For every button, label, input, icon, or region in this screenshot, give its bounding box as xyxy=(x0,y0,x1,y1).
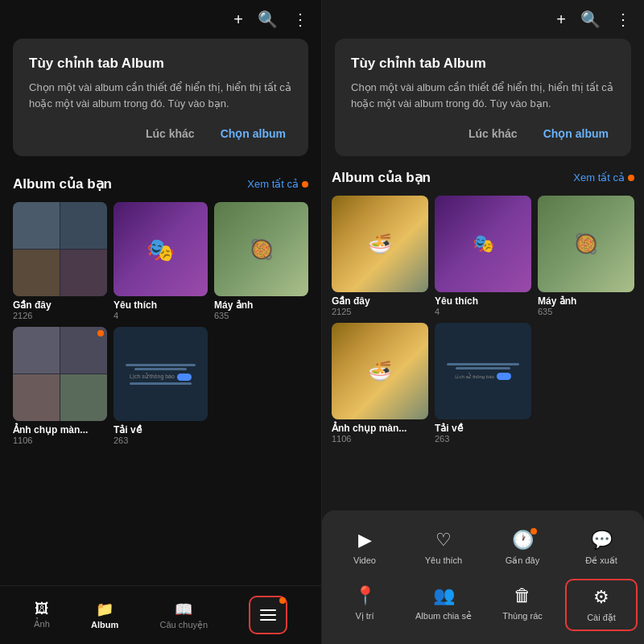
video-icon: ▶ xyxy=(358,530,372,551)
dialog-title-left: Tùy chỉnh tab Album xyxy=(29,55,292,72)
nav-anh-icon: 🖼 xyxy=(35,601,49,617)
album-header-left: Album của bạn Xem tất cả xyxy=(13,175,308,192)
album-item-yeuthich[interactable]: 🎭 Yêu thích 4 xyxy=(114,202,208,320)
menu-caidat[interactable]: ⚙ Cài đặt xyxy=(565,579,638,631)
more-icon[interactable]: ⋮ xyxy=(292,10,308,29)
right-more-icon[interactable]: ⋮ xyxy=(615,10,631,29)
nav-anh-label: Ảnh xyxy=(34,619,50,630)
menu-albumchiase[interactable]: 👥 Album chia sẻ xyxy=(407,579,480,631)
menu-video[interactable]: ▶ Video xyxy=(328,523,401,572)
customize-dialog-left: Tùy chỉnh tab Album Chọn một vài album c… xyxy=(13,39,308,156)
menu-dexuat[interactable]: 💬 Đề xuất xyxy=(565,523,638,572)
album-item-taive[interactable]: Lịch sử thông báo Tải về 263 xyxy=(114,327,208,445)
album-count-taive-right: 263 xyxy=(435,434,531,444)
dialog-choose-btn-right[interactable]: Chọn album xyxy=(537,124,615,143)
album-count-mayanh: 635 xyxy=(214,311,308,320)
menu-dexuat-label: Đề xuất xyxy=(585,555,617,566)
suggest-icon: 💬 xyxy=(591,530,613,551)
album-thumb-yeuthich-right: 🎭 xyxy=(435,196,531,292)
dialog-choose-btn-left[interactable]: Chọn album xyxy=(214,124,292,143)
dialog-actions-left: Lúc khác Chọn album xyxy=(29,124,292,143)
album-thumb-ganday-right xyxy=(332,196,428,292)
nav-album[interactable]: 📁 Album xyxy=(91,601,118,630)
album-name-taive-right: Tải về xyxy=(435,423,531,434)
menu-caidat-label: Cài đặt xyxy=(587,613,616,623)
view-all-link-right[interactable]: Xem tất cả xyxy=(573,171,634,184)
bottom-nav-left: 🖼 Ảnh 📁 Album 📖 Câu chuyện xyxy=(0,585,321,644)
menu-yeuthich[interactable]: ♡ Yêu thích xyxy=(407,523,480,572)
menu-grid: ▶ Video ♡ Yêu thích 🕐 Gần đây 💬 Đề xuất … xyxy=(328,523,638,631)
album-thumb-yeuthich: 🎭 xyxy=(114,202,208,296)
album-item-anhchup[interactable]: Ảnh chụp màn... 1106 xyxy=(13,327,107,445)
album-item-taive-right[interactable]: Lịch sử thông báo Tải về 263 xyxy=(435,323,531,444)
album-thumb-anhchup-right xyxy=(332,323,428,419)
location-icon: 📍 xyxy=(354,585,376,606)
right-panel: + 🔍 ⋮ Tùy chỉnh tab Album Chọn một vài a… xyxy=(322,0,644,644)
album-count-taive: 263 xyxy=(114,436,208,445)
right-topbar: + 🔍 ⋮ xyxy=(322,0,644,39)
album-item-ganday-right[interactable]: Gần đây 2125 xyxy=(332,196,428,316)
menu-ganday[interactable]: 🕐 Gần đây xyxy=(486,523,559,572)
album-count-yeuthich: 4 xyxy=(114,311,208,320)
dialog-later-btn-left[interactable]: Lúc khác xyxy=(139,124,201,143)
add-icon[interactable]: + xyxy=(233,10,243,29)
album-item-ganday[interactable]: Gần đây 2126 xyxy=(13,202,107,320)
menu-btn-container xyxy=(249,596,287,634)
album-name-anhchup-right: Ảnh chụp màn... xyxy=(332,423,428,434)
left-topbar: + 🔍 ⋮ xyxy=(0,0,321,39)
menu-vitri[interactable]: 📍 Vị trí xyxy=(328,579,401,631)
album-section-left: Album của bạn Xem tất cả xyxy=(0,169,321,585)
customize-dialog-right: Tùy chỉnh tab Album Chọn một vài album c… xyxy=(335,39,631,156)
album-thumb-mayanh xyxy=(214,202,308,296)
nav-cauchyen-label: Câu chuyện xyxy=(160,620,208,630)
album-count-mayanh-right: 635 xyxy=(538,307,634,316)
album-count-ganday: 2126 xyxy=(13,311,107,320)
album-grid-right: Gần đây 2125 🎭 Yêu thích 4 Máy ảnh 635 xyxy=(332,196,634,444)
dialog-title-right: Tùy chỉnh tab Album xyxy=(351,55,615,72)
clock-icon: 🕐 xyxy=(512,530,534,551)
menu-vitri-label: Vị trí xyxy=(355,611,374,621)
album-count-anhchup-right: 1106 xyxy=(332,434,428,444)
album-name-yeuthich-right: Yêu thích xyxy=(435,295,531,307)
album-name-mayanh-right: Máy ảnh xyxy=(538,295,634,307)
album-header-title-right: Album của bạn xyxy=(332,169,431,186)
album-item-mayanh-right[interactable]: Máy ảnh 635 xyxy=(538,196,634,316)
right-add-icon[interactable]: + xyxy=(556,10,566,29)
album-item-mayanh[interactable]: Máy ảnh 635 xyxy=(214,202,308,320)
album-thumb-taive: Lịch sử thông báo xyxy=(114,327,208,421)
menu-ganday-label: Gần đây xyxy=(506,555,539,566)
view-all-link-left[interactable]: Xem tất cả xyxy=(247,178,308,190)
menu-bar-1 xyxy=(260,609,276,611)
album-item-yeuthich-right[interactable]: 🎭 Yêu thích 4 xyxy=(435,196,531,316)
dialog-body-right: Chọn một vài album cần thiết để hiển thị… xyxy=(351,80,615,111)
right-search-icon[interactable]: 🔍 xyxy=(580,10,601,29)
album-name-taive: Tải về xyxy=(114,424,208,436)
album-header-title-left: Album của bạn xyxy=(13,175,112,192)
album-header-right: Album của bạn Xem tất cả xyxy=(332,169,634,186)
nav-cauchyen-icon: 📖 xyxy=(175,601,192,618)
trash-icon: 🗑 xyxy=(514,585,531,606)
album-grid-left: Gần đây 2126 🎭 Yêu thích 4 Máy ảnh 635 xyxy=(13,202,308,445)
nav-album-icon: 📁 xyxy=(96,601,114,618)
dialog-body-left: Chọn một vài album cần thiết để hiển thị… xyxy=(29,80,292,111)
album-name-mayanh: Máy ảnh xyxy=(214,299,308,311)
nav-album-label: Album xyxy=(91,620,118,630)
menu-yeuthich-label: Yêu thích xyxy=(425,555,462,565)
notification-dot-right xyxy=(628,175,634,181)
menu-video-label: Video xyxy=(353,555,376,565)
heart-icon: ♡ xyxy=(436,530,452,551)
menu-bar-3 xyxy=(260,619,276,621)
menu-thungrrac-label: Thùng rác xyxy=(502,611,543,621)
album-notification-dot xyxy=(97,330,104,336)
album-count-yeuthich-right: 4 xyxy=(435,307,531,316)
album-name-yeuthich: Yêu thích xyxy=(114,299,208,311)
nav-cauchyen[interactable]: 📖 Câu chuyện xyxy=(160,601,208,630)
nav-anh[interactable]: 🖼 Ảnh xyxy=(34,601,50,630)
dialog-later-btn-right[interactable]: Lúc khác xyxy=(462,124,524,143)
search-icon[interactable]: 🔍 xyxy=(258,10,278,29)
album-count-ganday-right: 2125 xyxy=(332,307,428,316)
settings-icon: ⚙ xyxy=(593,587,609,608)
dialog-actions-right: Lúc khác Chọn album xyxy=(351,124,615,143)
menu-thungrrac[interactable]: 🗑 Thùng rác xyxy=(486,579,559,631)
album-item-anhchup-right[interactable]: Ảnh chụp màn... 1106 xyxy=(332,323,428,444)
